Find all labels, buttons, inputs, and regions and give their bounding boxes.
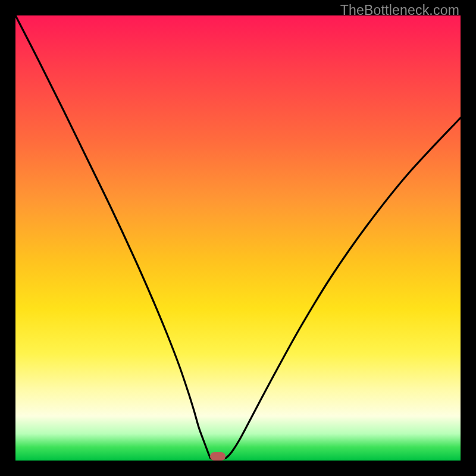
- plot-area: [15, 15, 461, 461]
- chart-frame: TheBottleneck.com: [0, 0, 476, 476]
- optimum-marker: [210, 452, 226, 461]
- bottleneck-curve: [15, 15, 461, 461]
